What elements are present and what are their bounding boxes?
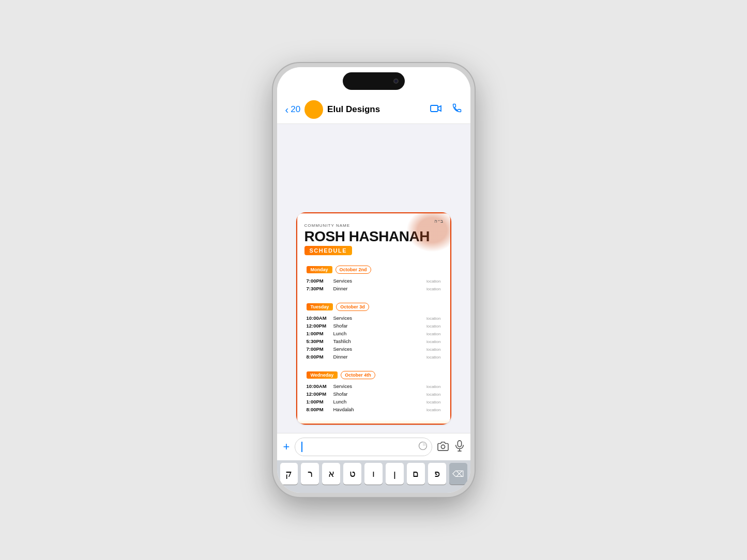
event-name: Dinner xyxy=(333,286,426,291)
event-name: Shofar xyxy=(333,323,426,329)
day-label: Wedneday xyxy=(307,371,338,379)
event-row: 10:00AMServiceslocation xyxy=(307,314,441,322)
date-label: October 3d xyxy=(336,303,369,311)
card-footer xyxy=(297,419,450,424)
event-location: location xyxy=(426,316,441,321)
nav-bar: ‹ 20 Elul Designs xyxy=(277,95,470,124)
phone-call-icon[interactable] xyxy=(452,103,462,116)
event-row: 10:00AMServiceslocation xyxy=(307,382,441,390)
key-v[interactable]: ו xyxy=(364,463,383,485)
microphone-button[interactable] xyxy=(455,440,464,454)
hebrew-label: ב״ה xyxy=(434,219,443,224)
event-name: Services xyxy=(333,315,426,321)
event-time: 8:00PM xyxy=(307,354,333,360)
nav-action-icons xyxy=(430,103,462,116)
event-name: Tashlich xyxy=(333,338,426,344)
day-sections: MondayOctober 2nd7:00PMServiceslocation7… xyxy=(297,261,450,417)
key-q[interactable]: ק xyxy=(280,463,298,485)
svg-rect-3 xyxy=(458,440,461,446)
event-time: 7:00PM xyxy=(307,278,333,284)
notification-badge: 20 xyxy=(291,104,300,115)
schedule-card: COMMUNITY NAME ב״ה ROSH HASHANAH SCHEDUL… xyxy=(296,212,451,425)
date-label: October 2nd xyxy=(336,266,371,274)
message-input[interactable] xyxy=(295,438,432,456)
event-time: 8:00PM xyxy=(307,407,333,412)
chat-area: COMMUNITY NAME ב״ה ROSH HASHANAH SCHEDUL… xyxy=(277,124,470,433)
event-location: location xyxy=(426,347,441,352)
key-p[interactable]: פ xyxy=(428,463,446,485)
event-location: location xyxy=(426,339,441,344)
event-location: location xyxy=(426,279,441,284)
event-name: Dinner xyxy=(333,354,426,360)
keyboard-row-1: ק ר א ט ו ן ם פ ⌫ xyxy=(277,460,470,493)
svg-point-2 xyxy=(441,445,445,448)
event-row: 12:00PMShofarlocation xyxy=(307,390,441,398)
key-n[interactable]: ן xyxy=(386,463,404,485)
event-row: 1:00PMLunchlocation xyxy=(307,330,441,337)
back-button[interactable]: ‹ 20 xyxy=(285,104,301,115)
event-location: location xyxy=(426,384,441,389)
camera-button[interactable] xyxy=(437,441,449,454)
event-name: Services xyxy=(333,383,426,389)
day-header: WednedayOctober 4th xyxy=(307,371,441,379)
camera-dot xyxy=(393,79,399,84)
event-location: location xyxy=(426,400,441,405)
event-name: Services xyxy=(333,278,426,284)
event-time: 10:00AM xyxy=(307,383,333,389)
card-header: COMMUNITY NAME ב״ה ROSH HASHANAH SCHEDUL… xyxy=(297,213,450,259)
event-row: 8:00PMHavdalahlocation xyxy=(307,406,441,413)
key-r[interactable]: ר xyxy=(301,463,319,485)
input-area: + xyxy=(277,433,470,460)
key-a[interactable]: א xyxy=(322,463,340,485)
back-chevron-icon: ‹ xyxy=(285,104,289,115)
day-section: TuesdayOctober 3d10:00AMServiceslocation… xyxy=(301,299,446,365)
phone-frame: ‹ 20 Elul Designs xyxy=(273,63,475,497)
schedule-badge: SCHEDULE xyxy=(304,246,353,255)
event-location: location xyxy=(426,332,441,336)
event-time: 5:30PM xyxy=(307,338,333,344)
event-name: Havdalah xyxy=(333,407,426,412)
event-row: 7:00PMServiceslocation xyxy=(307,277,441,285)
community-name-label: COMMUNITY NAME xyxy=(304,223,350,228)
event-row: 5:30PMTashlichlocation xyxy=(307,337,441,345)
day-header: TuesdayOctober 3d xyxy=(307,303,441,311)
event-time: 12:00PM xyxy=(307,323,333,329)
day-label: Tuesday xyxy=(307,303,333,310)
event-row: 7:00PMServiceslocation xyxy=(307,345,441,353)
keyboard: ק ר א ט ו ן ם פ ⌫ xyxy=(277,460,470,493)
event-location: location xyxy=(426,287,441,291)
attachment-button[interactable]: + xyxy=(283,440,290,454)
event-row: 1:00PMLunchlocation xyxy=(307,398,441,406)
event-time: 12:00PM xyxy=(307,391,333,397)
event-row: 8:00PMDinnerlocation xyxy=(307,353,441,361)
contact-name: Elul Designs xyxy=(327,104,430,115)
video-call-icon[interactable] xyxy=(430,103,441,115)
svg-rect-0 xyxy=(431,105,438,112)
day-header: MondayOctober 2nd xyxy=(307,266,441,274)
sticker-icon[interactable] xyxy=(418,441,428,453)
key-m[interactable]: ם xyxy=(407,463,425,485)
input-icons xyxy=(437,440,464,454)
event-time: 1:00PM xyxy=(307,399,333,405)
key-t[interactable]: ט xyxy=(343,463,361,485)
event-name: Lunch xyxy=(333,399,426,405)
backspace-key[interactable]: ⌫ xyxy=(449,463,467,485)
event-time: 7:30PM xyxy=(307,286,333,291)
event-row: 7:30PMDinnerlocation xyxy=(307,285,441,292)
event-location: location xyxy=(426,408,441,412)
day-section: WednedayOctober 4th10:00AMServiceslocati… xyxy=(301,367,446,417)
event-time: 1:00PM xyxy=(307,331,333,336)
event-location: location xyxy=(426,324,441,329)
day-section: MondayOctober 2nd7:00PMServiceslocation7… xyxy=(301,261,446,297)
event-time: 10:00AM xyxy=(307,315,333,321)
date-label: October 4th xyxy=(341,371,375,379)
event-location: location xyxy=(426,355,441,360)
event-name: Shofar xyxy=(333,391,426,397)
phone-screen: ‹ 20 Elul Designs xyxy=(277,67,470,493)
event-row: 12:00PMShofarlocation xyxy=(307,322,441,330)
event-location: location xyxy=(426,392,441,397)
dynamic-island xyxy=(343,72,405,90)
event-name: Services xyxy=(333,346,426,352)
text-cursor xyxy=(301,442,302,452)
message-bubble: COMMUNITY NAME ב״ה ROSH HASHANAH SCHEDUL… xyxy=(296,212,451,425)
